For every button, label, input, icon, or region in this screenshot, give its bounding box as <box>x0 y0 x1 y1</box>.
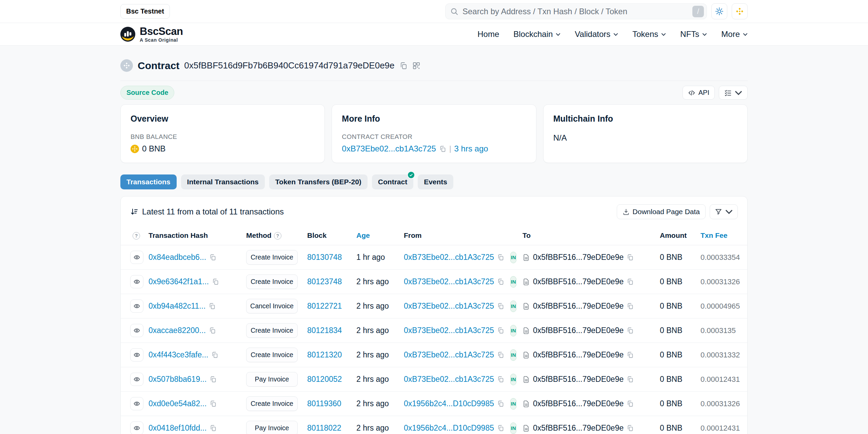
method-badge[interactable]: Create Invoice <box>246 348 298 362</box>
tab-transactions[interactable]: Transactions <box>120 174 177 189</box>
from-address-link[interactable]: 0x1956b2c4...D10cD9985 <box>404 423 494 433</box>
search-input[interactable]: Search by Address / Txn Hash / Block / T… <box>445 3 707 19</box>
display-options-button[interactable] <box>719 86 748 100</box>
view-transaction-button[interactable] <box>130 421 143 434</box>
copy-to-address-button[interactable] <box>627 351 634 358</box>
tx-hash-link[interactable]: 0x0418ef10fdd... <box>149 423 206 433</box>
help-icon[interactable]: ? <box>133 232 140 240</box>
nav-item-validators[interactable]: Validators <box>575 29 618 39</box>
method-badge[interactable]: Create Invoice <box>246 250 298 265</box>
eye-icon <box>134 400 140 407</box>
copy-to-address-button[interactable] <box>627 303 634 310</box>
tab-contract[interactable]: Contract <box>372 174 413 189</box>
help-icon[interactable]: ? <box>274 232 281 240</box>
to-address: 0x5fBBF516...79eDE0e9e <box>533 375 624 384</box>
view-transaction-button[interactable] <box>130 397 143 410</box>
block-link[interactable]: 80120052 <box>307 375 342 384</box>
copy-tx-hash-button[interactable] <box>209 327 216 334</box>
from-address-link[interactable]: 0xB73Ebe02...cb1A3c725 <box>404 277 494 286</box>
creation-time-link[interactable]: 3 hrs ago <box>454 144 488 153</box>
bnb-icon <box>735 7 744 16</box>
copy-to-address-button[interactable] <box>627 425 634 432</box>
copy-tx-hash-button[interactable] <box>210 376 217 383</box>
copy-from-address-button[interactable] <box>497 376 504 383</box>
block-link[interactable]: 80123748 <box>307 277 342 286</box>
from-address-link[interactable]: 0xB73Ebe02...cb1A3c725 <box>404 350 494 359</box>
tx-hash-link[interactable]: 0x507b8ba619... <box>149 375 206 384</box>
tx-hash-link[interactable]: 0x9e63642f1a1... <box>149 277 209 286</box>
nav-item-tokens[interactable]: Tokens <box>632 29 666 39</box>
view-transaction-button[interactable] <box>130 348 143 361</box>
nav-item-blockchain[interactable]: Blockchain <box>513 29 560 39</box>
tx-hash-link[interactable]: 0xaccae82200... <box>149 326 206 335</box>
method-badge[interactable]: Create Invoice <box>246 323 298 338</box>
method-badge[interactable]: Cancel Invoice <box>246 299 298 313</box>
api-button[interactable]: API <box>683 86 715 100</box>
block-link[interactable]: 80119360 <box>307 399 341 408</box>
copy-to-address-button[interactable] <box>627 327 634 334</box>
copy-from-address-button[interactable] <box>497 303 504 310</box>
block-link[interactable]: 80130748 <box>307 253 342 262</box>
view-transaction-button[interactable] <box>130 324 143 337</box>
copy-to-address-button[interactable] <box>627 400 634 407</box>
from-address-link[interactable]: 0xB73Ebe02...cb1A3c725 <box>404 302 494 311</box>
from-address-link[interactable]: 0xB73Ebe02...cb1A3c725 <box>404 253 494 262</box>
network-badge[interactable]: Bsc Testnet <box>120 4 170 19</box>
method-badge[interactable]: Create Invoice <box>246 396 298 411</box>
tab-internal-transactions[interactable]: Internal Transactions <box>181 174 265 189</box>
copy-tx-hash-button[interactable] <box>210 425 217 432</box>
tx-hash-link[interactable]: 0xb94a482c11... <box>149 302 205 311</box>
copy-from-address-button[interactable] <box>497 254 504 261</box>
copy-from-address-button[interactable] <box>497 351 504 358</box>
tx-hash-link[interactable]: 0x84eadbceb6... <box>149 253 206 262</box>
table-row: 0x507b8ba619... Pay Invoice 80120052 2 h… <box>121 367 748 392</box>
qr-code-button[interactable] <box>412 62 420 70</box>
from-address-link[interactable]: 0x1956b2c4...D10cD9985 <box>404 399 494 408</box>
copy-from-address-button[interactable] <box>497 425 504 432</box>
view-transaction-button[interactable] <box>130 373 143 386</box>
copy-tx-hash-button[interactable] <box>209 303 216 310</box>
view-transaction-button[interactable] <box>130 275 143 288</box>
col-txn-fee[interactable]: Txn Fee <box>701 226 748 245</box>
method-badge[interactable]: Create Invoice <box>246 274 298 289</box>
copy-from-address-button[interactable] <box>497 400 504 407</box>
copy-from-address-button[interactable] <box>497 327 504 334</box>
copy-to-address-button[interactable] <box>627 376 634 383</box>
copy-tx-hash-button[interactable] <box>210 400 217 407</box>
from-address-link[interactable]: 0xB73Ebe02...cb1A3c725 <box>404 375 494 384</box>
copy-to-address-button[interactable] <box>627 278 634 285</box>
bnb-network-button[interactable] <box>732 3 748 19</box>
nav-item-more[interactable]: More <box>721 29 748 39</box>
block-link[interactable]: 80118022 <box>307 423 341 432</box>
block-link[interactable]: 80122721 <box>307 302 342 310</box>
nav-item-home[interactable]: Home <box>477 29 499 39</box>
view-transaction-button[interactable] <box>130 251 143 264</box>
view-transaction-button[interactable] <box>130 299 143 313</box>
copy-tx-hash-button[interactable] <box>211 351 218 358</box>
block-link[interactable]: 80121320 <box>307 350 342 359</box>
col-age[interactable]: Age <box>356 226 404 245</box>
block-link[interactable]: 80121834 <box>307 326 342 335</box>
tx-hash-link[interactable]: 0xd0e0e54a82... <box>149 399 206 408</box>
from-address-link[interactable]: 0xB73Ebe02...cb1A3c725 <box>404 326 494 335</box>
tab-token-transfers[interactable]: Token Transfers (BEP-20) <box>269 174 368 189</box>
download-page-data-button[interactable]: Download Page Data <box>617 204 706 219</box>
copy-to-address-button[interactable] <box>627 254 634 261</box>
bscscan-logo[interactable]: BscScan A Scan Original <box>120 26 183 42</box>
creator-address-link[interactable]: 0xB73Ebe02...cb1A3c725 <box>342 144 436 153</box>
method-badge[interactable]: Pay Invoice <box>246 372 298 387</box>
theme-toggle-button[interactable] <box>711 3 727 19</box>
copy-tx-hash-button[interactable] <box>209 254 216 261</box>
copy-creator-button[interactable] <box>439 145 446 152</box>
nav-item-nfts[interactable]: NFTs <box>680 29 707 39</box>
tx-hash-link[interactable]: 0x4f443ce3fafe... <box>149 350 208 359</box>
filter-button[interactable] <box>710 204 738 219</box>
source-code-badge[interactable]: Source Code <box>120 86 174 100</box>
copy-from-address-button[interactable] <box>497 278 504 285</box>
copy-tx-hash-button[interactable] <box>212 278 219 285</box>
copy-address-button[interactable] <box>399 62 408 70</box>
bscscan-logo-icon <box>120 27 135 42</box>
tab-events[interactable]: Events <box>418 174 453 189</box>
method-badge[interactable]: Pay Invoice <box>246 421 298 434</box>
more-info-card: More Info CONTRACT CREATOR 0xB73Ebe02...… <box>332 104 536 163</box>
